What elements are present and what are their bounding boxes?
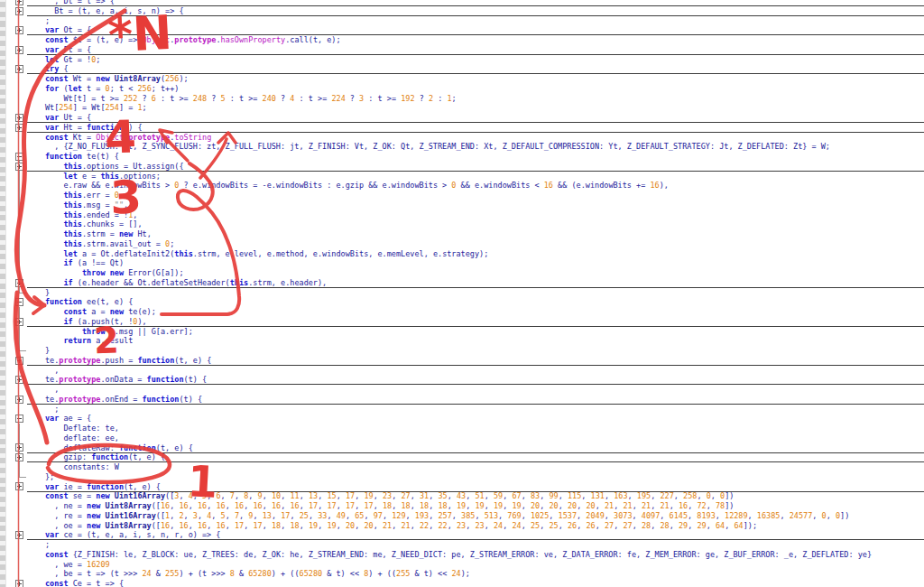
code-token: var (45, 25, 59, 34)
code-token: , (485, 501, 494, 510)
code-token: ([ (165, 491, 174, 500)
code-line[interactable]: function te(t) { (28, 152, 119, 162)
code-token: 11 (290, 491, 299, 500)
code-token: ] = (119, 103, 137, 112)
code-token: 25 (531, 521, 540, 530)
code-line[interactable]: e.raw && e.windowBits > 0 ? e.windowBits… (28, 181, 669, 191)
code-line[interactable]: , (28, 366, 59, 376)
code-token: , (355, 491, 364, 500)
fold-expand-box[interactable] (15, 65, 23, 73)
code-line[interactable]: return a.result (28, 336, 133, 346)
fold-expand-box[interactable] (15, 357, 23, 365)
code-token: ? (276, 94, 290, 103)
code-line[interactable]: var ae = { (28, 414, 91, 424)
code-line[interactable]: const Ce = t => { (28, 579, 124, 587)
fold-collapse-box[interactable] (15, 415, 23, 423)
code-token: ? e.windowBits = -e.windowBits : e.gzip … (179, 181, 451, 190)
code-token: a = (87, 307, 110, 316)
code-token: (t, e) { (156, 443, 193, 452)
code-line[interactable]: throw new Error(G[a]); (28, 268, 184, 278)
code-token: , (688, 521, 697, 530)
code-token: ; (452, 94, 457, 103)
fold-expand-box[interactable] (15, 114, 23, 122)
code-line[interactable]: , ne = new Uint8Array([16, 16, 16, 16, 1… (28, 501, 734, 511)
code-token: , (337, 491, 346, 500)
fold-expand-box[interactable] (15, 26, 23, 34)
code-token: , (448, 491, 457, 500)
code-line[interactable]: this.err = 0, (28, 191, 124, 200)
fold-expand-box[interactable] (15, 0, 23, 5)
fold-box-minus-bar (17, 302, 22, 303)
code-token (45, 200, 63, 210)
fold-collapse-box[interactable] (15, 298, 23, 306)
code-line[interactable]: this.strm.avail_out = 0; (28, 239, 174, 249)
code-line[interactable]: if (a !== Qt) (28, 258, 124, 268)
code-token: ; (143, 103, 147, 112)
code-line[interactable]: Wt[254] = Wt[254] = 1; (28, 103, 147, 113)
code-token: const (45, 579, 69, 587)
fold-expand-box[interactable] (15, 279, 23, 287)
code-text-area[interactable]: , Dt = t => { Bt = (t, e, a, i, s, n) =>… (0, 0, 924, 587)
code-line[interactable]: , oe = new Uint8Array([16, 16, 16, 16, 1… (28, 521, 757, 531)
code-line[interactable]: constants: W (28, 462, 119, 472)
fold-expand-box[interactable] (15, 580, 23, 587)
code-token: this (63, 200, 81, 210)
code-line[interactable]: , (28, 385, 59, 395)
code-line[interactable]: Deflate: te, (28, 424, 119, 433)
code-line[interactable]: , re = new Uint16Array([1, 2, 3, 4, 5, 7… (28, 511, 849, 521)
code-token: , (170, 521, 179, 530)
code-token: : (433, 94, 447, 103)
code-token (45, 268, 82, 277)
code-token: 20 (531, 501, 540, 510)
fold-expand-box[interactable] (15, 396, 23, 404)
fold-expand-box[interactable] (15, 453, 23, 461)
fold-expand-box[interactable] (15, 7, 23, 15)
code-line[interactable]: deflate: ee, (28, 433, 119, 443)
code-line[interactable]: const Wt = new Uint8Array(256); (28, 74, 189, 84)
code-line[interactable]: ; (28, 540, 50, 550)
code-line[interactable]: let e = this.options; (28, 172, 161, 182)
code-line[interactable]: ; (28, 16, 50, 26)
code-line[interactable]: let a = Ot.deflateInit2(this.strm, e.lev… (28, 249, 488, 259)
code-line[interactable]: this.chunks = [], (28, 219, 143, 229)
fold-expand-box[interactable] (15, 163, 23, 171)
fold-box-plus-bar (19, 126, 20, 130)
code-line[interactable]: const a = new te(e); (28, 307, 156, 317)
fold-expand-box[interactable] (15, 531, 23, 539)
code-token: 65280 (248, 569, 272, 578)
code-line[interactable]: }; (28, 472, 54, 482)
code-line[interactable]: const $t = (t, e) => Object.prototype.ha… (28, 35, 341, 45)
code-line[interactable]: Wt[t] = t >= 252 ? 6 : t >= 248 ? 5 : t … (28, 94, 457, 104)
code-line[interactable]: } (28, 288, 50, 298)
fold-expand-box[interactable] (15, 46, 23, 54)
code-token: ( (59, 84, 68, 93)
code-token: a = Ot.deflateInit2( (78, 249, 174, 258)
code-line[interactable]: throw a.msg || G[a.err]; (28, 327, 193, 337)
code-line[interactable]: , we = 16209 (28, 560, 110, 570)
fold-collapse-box[interactable] (15, 153, 23, 161)
fold-expand-box[interactable] (15, 443, 23, 452)
code-line[interactable]: ; (28, 405, 59, 415)
code-line[interactable]: this.ended = !1, (28, 210, 137, 220)
code-line[interactable]: this.msg = "", (28, 200, 128, 210)
code-line[interactable]: , be = t => (t >>> 24 & 255) + (t >>> 8 … (28, 569, 470, 579)
code-token: 6145 (670, 511, 688, 520)
code-line[interactable]: } (28, 346, 50, 356)
fold-expand-box[interactable] (15, 318, 23, 326)
code-line[interactable]: this.strm = new Ht, (28, 229, 152, 239)
code-token: 16 (161, 501, 170, 510)
code-line[interactable]: const se = new Uint16Array([3, 4, 5, 6, … (28, 491, 734, 501)
fold-expand-box[interactable] (15, 124, 23, 132)
code-line[interactable]: let Gt = !0; (28, 55, 100, 65)
fold-expand-box[interactable] (15, 376, 23, 384)
code-line[interactable]: const {Z_FINISH: le, Z_BLOCK: ue, Z_TREE… (28, 550, 872, 560)
code-line[interactable]: function ee(t, e) { (28, 297, 133, 307)
code-line[interactable]: for (let t = 0; t < 256; t++) (28, 84, 179, 94)
code-token: , (364, 511, 373, 520)
fold-box-minus-bar (17, 156, 22, 157)
code-line[interactable]: , {Z_NO_FLUSH: qt, Z_SYNC_FLUSH: zt, Z_F… (28, 142, 830, 152)
fold-expand-box[interactable] (15, 482, 23, 490)
code-line[interactable]: const Kt = Object.prototype.toString (28, 133, 211, 143)
code-token: .strm = (82, 229, 119, 238)
code-token: 240 (263, 94, 276, 103)
